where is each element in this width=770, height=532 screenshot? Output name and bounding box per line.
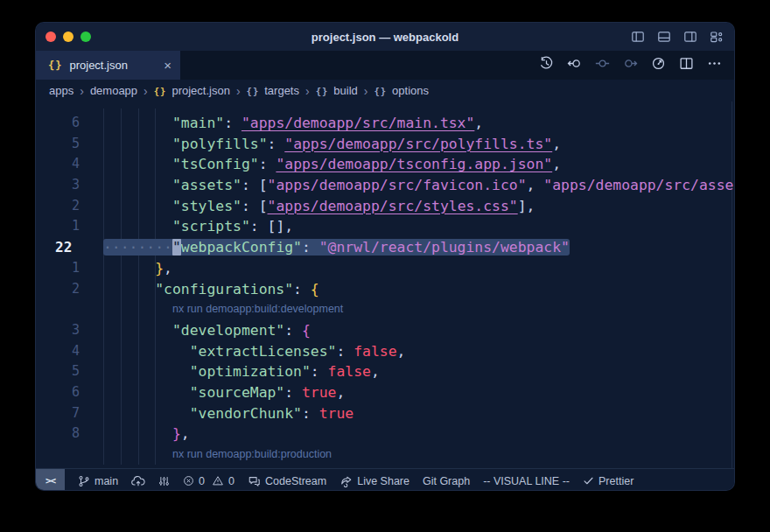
more-actions-icon[interactable] [707,56,722,74]
codelens-run-command[interactable]: nx run demoapp:build:production [172,444,332,466]
code-token: webpackConfig" [181,239,302,256]
line-number: 9 [46,466,80,468]
codelens-run-command[interactable]: nx run demoapp:build:development [172,299,343,320]
breadcrumb-item-options[interactable]: {}options [374,84,429,97]
code-token: "assets" [172,177,242,193]
graph-button[interactable] [158,475,170,487]
breadcrumb-separator: › [305,84,310,98]
code-token [103,343,190,360]
close-tab-icon[interactable]: × [164,59,172,72]
breadcrumb-item-project-json[interactable]: {}project.json [154,84,230,97]
breadcrumb-item-build[interactable]: {}build [316,84,358,97]
timeline-history-icon[interactable] [539,56,554,74]
breadcrumb-label: demoapp [90,84,137,97]
code-token: true [319,405,354,422]
code-text: "production": { [103,466,302,468]
comment-icon [248,475,261,487]
code-token: [] [268,218,285,234]
code-token: : [302,405,319,422]
vim-mode-indicator[interactable]: -- VISUAL LINE -- [483,475,570,487]
code-token [103,363,190,380]
toggle-sidebar-icon[interactable] [631,30,645,44]
run-build-icon[interactable] [651,56,666,74]
line-number: 8 [46,424,80,444]
code-token: , [284,218,293,234]
split-editor-icon[interactable] [679,56,694,74]
customize-layout-icon[interactable] [710,30,724,44]
breadcrumb-item-targets[interactable]: {}targets [247,84,299,97]
live-share-button[interactable]: Live Share [340,475,410,487]
status-label: 0 [199,475,205,487]
remote-icon: >< [46,475,55,486]
status-label: Live Share [357,475,410,487]
sync-button[interactable] [131,475,145,487]
navigate-position-icon[interactable] [595,56,610,74]
title-bar[interactable]: project.json — webpackold [36,23,734,51]
breadcrumb-item-apps[interactable]: apps [49,84,74,97]
json-file-icon: {} [48,60,62,72]
breadcrumb-label: options [392,84,429,97]
branch-indicator[interactable]: main [78,475,118,487]
code-token: "@nrwl/react/plugins/webpack" [319,239,570,256]
code-token: "polyfills" [172,136,268,152]
json-symbol-icon: {} [374,86,387,96]
navigate-forward-icon[interactable] [623,56,638,74]
code-token: { [293,467,302,468]
toggle-secondary-sidebar-icon[interactable] [683,30,697,44]
codelens-line: nx run demoapp:build:production [36,444,734,466]
code-text: "vendorChunk": true [103,403,354,424]
navigate-back-icon[interactable] [567,56,582,74]
codestream-button[interactable]: CodeStream [248,475,326,487]
vscode-window: project.json — webpackold {} project.jso… [35,22,735,491]
remote-indicator[interactable]: >< [36,469,65,491]
code-text: "tsConfig": "apps/demoapp/tsconfig.app.j… [103,154,561,175]
code-line: 22········"webpackConfig": "@nrwl/react/… [36,237,734,258]
code-text: "styles": ["apps/demoapp/src/styles.css"… [103,196,535,217]
line-number: 2 [46,196,80,217]
code-token: , [527,177,544,193]
code-token: : [311,363,328,380]
close-window-button[interactable] [46,32,56,42]
cursor-block: " [172,239,181,256]
json-symbol-icon: {} [154,86,167,96]
code-text: }, [103,424,190,444]
code-token: "apps/demoapp/src/assets" [543,177,734,193]
git-graph-button[interactable]: Git Graph [423,475,470,487]
status-label: -- VISUAL LINE -- [483,475,570,487]
code-line: 6 "main": "apps/demoapp/src/main.tsx", [36,113,734,134]
prettier-indicator[interactable]: Prettier [583,475,634,487]
warnings-indicator[interactable]: 0 [212,475,234,487]
line-number: 6 [46,113,80,134]
code-line: 4 "tsConfig": "apps/demoapp/tsconfig.app… [36,154,734,175]
selection-highlight: ········"webpackConfig": "@nrwl/react/pl… [103,239,570,256]
code-token: , [164,260,172,276]
breadcrumb-item-demoapp[interactable]: demoapp [90,84,137,97]
status-bar: ><main00CodeStreamLive ShareGit Graph-- … [36,468,734,491]
code-text: "assets": ["apps/demoapp/src/favicon.ico… [103,175,734,196]
toggle-panel-icon[interactable] [657,30,671,44]
minimize-window-button[interactable] [63,32,74,42]
code-token: false [328,363,371,380]
code-text: }, [103,258,172,279]
line-number: 2 [46,279,80,300]
code-text: "optimization": false, [103,361,380,382]
tab-project-json[interactable]: {} project.json × [36,51,180,80]
code-token [103,322,172,339]
code-token: true [302,384,336,401]
errors-indicator[interactable]: 0 [183,475,205,487]
code-token: , [371,363,380,380]
code-token: } [155,260,164,276]
breadcrumb-label: apps [49,84,74,97]
code-token: : [224,115,242,131]
code-editor[interactable]: 6 "main": "apps/demoapp/src/main.tsx",5 … [36,102,734,468]
code-token [103,467,172,468]
code-line: 6 "sourceMap": true, [36,382,734,403]
zoom-window-button[interactable] [80,32,91,42]
breadcrumb: apps›demoapp›{}project.json›{}targets›{}… [36,80,734,102]
line-number: 7 [46,403,80,424]
code-line: 4 "extractLicenses": false, [36,341,734,362]
code-token: "sourceMap" [190,384,285,401]
code-text: ········"webpackConfig": "@nrwl/react/pl… [103,237,570,258]
code-token [103,115,172,131]
code-text: "scripts": [], [103,216,293,237]
